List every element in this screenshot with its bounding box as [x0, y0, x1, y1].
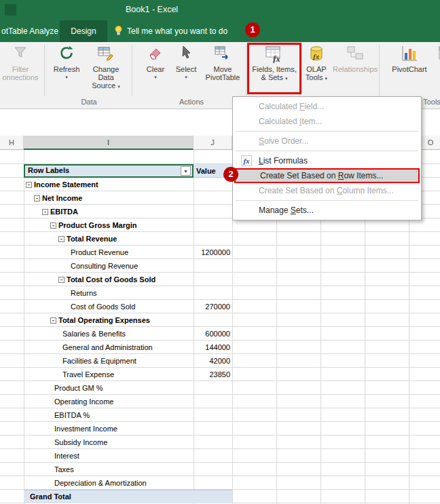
menu-item-label: List Formulas [259, 156, 308, 166]
pivot-row: Taxes [0, 463, 440, 476]
pivot-row-label[interactable]: General and Administration [24, 341, 194, 354]
create-set-row-items-menu-item[interactable]: Create Set Based on Row Items... [234, 168, 420, 183]
create-set-column-items-menu-item: Create Set Based on Column Items... [234, 183, 420, 198]
pivot-row-label[interactable]: Cost of Goods Sold [24, 300, 194, 313]
annotation-rectangle-step1 [247, 43, 301, 94]
solve-order-menu-item: Solve Order... [234, 134, 420, 149]
clipped-ribbon-button[interactable] [433, 43, 440, 94]
filter-connections-icon [0, 43, 41, 65]
svg-text:fx: fx [313, 52, 320, 60]
pivot-row-label[interactable]: -Income Statement [24, 178, 194, 191]
calculated-field-menu-item: Calculated Field... [234, 99, 420, 114]
pivot-row-label[interactable]: Salaries & Benefits [24, 327, 194, 341]
collapse-icon[interactable]: - [58, 277, 65, 283]
fx-icon: fx [241, 155, 252, 166]
pivotchart-button[interactable]: PivotChart [388, 43, 430, 94]
tab-pivottable-analyze[interactable]: otTable Analyze [0, 20, 60, 42]
pivot-row: Investment Income [0, 422, 440, 435]
pivot-row-label[interactable]: Travel Expense [24, 368, 194, 381]
tab-design[interactable]: Design [60, 20, 107, 42]
pivot-row-label[interactable]: -Net Income [24, 191, 194, 205]
pivot-row: -Total Operating Expenses [0, 313, 440, 327]
pivot-row-label[interactable]: Facilities & Equipment [24, 354, 194, 368]
pivot-row-label[interactable]: Investment Income [24, 422, 194, 435]
group-separator [132, 45, 132, 96]
menu-separator [236, 200, 418, 201]
collapse-icon[interactable]: - [26, 182, 32, 188]
refresh-label: Refresh [50, 65, 83, 73]
pivot-row-label[interactable]: Depreciation & Amortization [24, 476, 194, 490]
column-header-J[interactable]: J [194, 136, 232, 150]
pivot-row: EBITDA % [0, 408, 440, 422]
pivot-row-label[interactable]: -Product Gross Margin [24, 218, 194, 232]
collapse-icon[interactable]: - [42, 209, 48, 215]
dropdown-arrow-icon: ▾ [50, 73, 83, 81]
change-data-source-icon [84, 43, 128, 65]
pivot-row-label[interactable]: -EBITDA [24, 205, 194, 218]
relationships-icon [333, 43, 378, 65]
tell-me-box[interactable]: Tell me what you want to do [114, 20, 227, 42]
collapse-icon[interactable]: - [50, 317, 56, 324]
pivot-row: Interest [0, 449, 440, 463]
menu-item-label: Manage Sets... [259, 206, 314, 215]
pivot-row-label[interactable]: EBITDA % [24, 408, 194, 422]
pivot-row-label[interactable]: -Total Revenue [24, 232, 194, 246]
change-data-source-button[interactable]: Change Data Source ▾ [84, 43, 128, 94]
pivot-row: Product GM % [0, 381, 440, 395]
annotation-step-2: 2 [223, 167, 238, 182]
pivot-cell-value[interactable]: 23850 [194, 368, 232, 381]
select-button[interactable]: Select ▾ [171, 43, 201, 94]
calculated-item-menu-item: Calculated Item... [234, 114, 420, 129]
annotation-step-1: 1 [245, 22, 260, 37]
manage-sets-menu-item[interactable]: Manage Sets... [234, 203, 420, 218]
recommended-pivottables-icon [433, 43, 440, 65]
pivot-cell-value[interactable]: 270000 [194, 300, 232, 313]
menu-item-label: Create Set Based on Row Items... [260, 171, 383, 180]
pivot-row-label[interactable]: Returns [24, 286, 194, 300]
pivot-row-label[interactable]: Subsidy Income [24, 435, 194, 449]
dropdown-arrow-icon: ▾ [140, 73, 171, 81]
pivot-row: Salaries & Benefits600000 [0, 327, 440, 341]
change-data-source-label: Change Data [84, 65, 128, 81]
pivot-row-label[interactable]: Operating Income [24, 395, 194, 408]
collapse-icon[interactable]: - [50, 222, 56, 229]
move-pivottable-icon [202, 43, 243, 65]
pivot-cell-value[interactable]: 600000 [194, 327, 232, 341]
collapse-icon[interactable]: - [34, 195, 40, 201]
filter-connections-label: Filter [0, 65, 41, 73]
pivot-cell-value[interactable]: 144000 [194, 341, 232, 354]
pivot-row-label[interactable]: -Total Cost of Goods Sold [24, 273, 194, 286]
move-pivottable-label: Move [202, 65, 243, 73]
move-pivottable-button[interactable]: Move PivotTable [202, 43, 243, 94]
pivot-row: Depreciation & Amortization [0, 476, 440, 490]
menu-separator [236, 131, 418, 132]
menu-item-label: Solve Order... [259, 136, 308, 146]
pivot-cell-value[interactable]: 42000 [194, 354, 232, 368]
column-header-H[interactable]: H [0, 136, 24, 150]
pivot-row-label[interactable]: Grand Total [24, 490, 194, 503]
pivot-row: Operating Income [0, 395, 440, 408]
pivot-row: Returns [0, 286, 440, 300]
eraser-icon [140, 43, 171, 65]
column-header-I[interactable]: I [24, 136, 194, 150]
pivot-cell-value[interactable]: 1200000 [194, 246, 232, 259]
pivot-row: Grand Total [0, 490, 440, 503]
pivot-row-label[interactable]: -Total Operating Expenses [24, 313, 194, 327]
pivot-row-label[interactable]: Consulting Revenue [24, 259, 194, 273]
row-labels-cell[interactable]: Row Labels ▼ [24, 164, 194, 178]
tell-me-label: Tell me what you want to do [127, 26, 227, 36]
group-separator [379, 45, 380, 96]
collapse-icon[interactable]: - [58, 236, 65, 242]
list-formulas-menu-item[interactable]: fxList Formulas [234, 153, 420, 168]
pivot-row: -Total Revenue [0, 232, 440, 246]
refresh-button[interactable]: Refresh ▾ [50, 43, 83, 94]
pivot-row-label[interactable]: Taxes [24, 463, 194, 476]
excel-window: Book1 - Excel otTable Analyze Design Tel… [0, 0, 440, 504]
pivot-row-label[interactable]: Product Revenue [24, 246, 194, 259]
pivot-row-label[interactable]: Interest [24, 449, 194, 463]
pivot-header-row: Row Labels ▼ Value [24, 164, 232, 178]
filter-dropdown-button[interactable]: ▼ [181, 166, 191, 176]
pivot-row-label[interactable]: Product GM % [24, 381, 194, 395]
olap-tools-button[interactable]: fx OLAP Tools ▾ [301, 43, 331, 94]
clear-button[interactable]: Clear ▾ [140, 43, 171, 94]
